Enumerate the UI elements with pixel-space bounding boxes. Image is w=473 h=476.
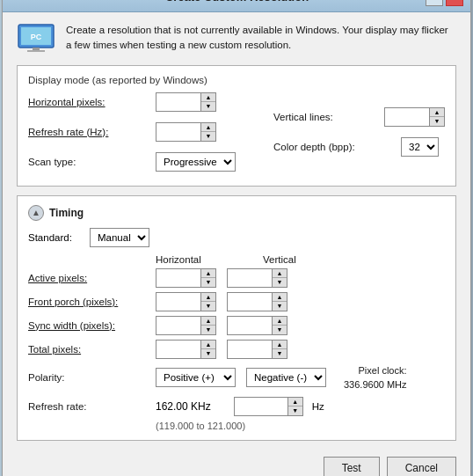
standard-label: Standard: [28,232,90,243]
display-mode-label: Display mode (as reported by Windows) [28,75,445,85]
total-horiz-up[interactable]: ▲ [201,341,215,349]
refresh-range: (119.000 to 121.000) [156,421,445,431]
refresh-rate-spin-btns: ▲ ▼ [201,122,216,142]
horizontal-pixels-up[interactable]: ▲ [201,93,215,102]
total-vert-input[interactable]: 1350 [227,340,273,359]
active-horiz-down[interactable]: ▼ [201,278,215,287]
col-headers: Horizontal Vertical [156,254,445,265]
horizontal-pixels-input[interactable]: 1920 [156,92,201,112]
refresh-rate-timing-up[interactable]: ▲ [288,398,302,406]
refresh-rate-row: Refresh rate (Hz): 120 ▲ ▼ [28,122,256,142]
display-mode-section: Display mode (as reported by Windows) Ho… [17,65,456,187]
title-bar: Create Custom Resolution ❐ ✕ [3,0,470,12]
color-depth-label: Color depth (bpp): [273,142,401,152]
timing-header: ▲ Timing [28,205,445,221]
total-horiz-spinner: 2080 ▲ ▼ [156,340,216,359]
test-button[interactable]: Test [324,457,380,477]
sync-width-vert-spinner: 5 ▲ ▼ [227,316,287,335]
scan-type-label: Scan type: [28,157,156,167]
polarity-horiz-select[interactable]: Positive (+) Negative (-) [156,368,236,387]
total-horiz-input[interactable]: 2080 [156,340,201,359]
front-porch-horiz-up[interactable]: ▲ [201,293,215,302]
standard-select[interactable]: Manual CVT GTF DMT [90,228,149,247]
restore-button[interactable]: ❐ [426,0,443,6]
polarity-vert-select[interactable]: Positive (+) Negative (-) [246,368,326,387]
sync-width-horiz-down[interactable]: ▼ [201,326,215,334]
total-pixels-inputs: 2080 ▲ ▼ 1350 ▲ ▼ [156,340,287,359]
hz-label: Hz [312,401,324,412]
refresh-rate-input[interactable]: 120 [156,122,201,142]
active-vert-down[interactable]: ▼ [273,278,287,287]
front-porch-vert-spinner: 3 ▲ ▼ [227,292,287,311]
horizontal-pixels-down[interactable]: ▼ [201,102,215,111]
refresh-rate-timing-input[interactable]: 120.000 [234,397,288,416]
color-depth-select[interactable]: 32 24 16 8 [401,137,439,157]
col-vertical-label: Vertical [263,254,360,265]
svg-text:PC: PC [31,33,42,41]
total-horiz-down[interactable]: ▼ [201,349,215,358]
front-porch-vert-up[interactable]: ▲ [273,293,287,302]
front-porch-vert-down[interactable]: ▼ [273,302,287,311]
front-porch-label: Front porch (pixels): [28,297,156,307]
horizontal-pixels-row: Horizontal pixels: 1920 ▲ ▼ [28,92,256,112]
col-horizontal-label: Horizontal [156,254,252,265]
polarity-row: Polarity: Positive (+) Negative (-) Posi… [28,363,445,392]
color-depth-row: Color depth (bpp): 32 24 16 8 [273,137,445,157]
scan-type-select[interactable]: Progressive Interlaced [156,152,236,172]
front-porch-row: Front porch (pixels): 48 ▲ ▼ 3 ▲ ▼ [28,292,445,311]
refresh-inputs: 162.00 KHz 120.000 ▲ ▼ Hz [156,397,324,416]
sync-width-horiz-input[interactable]: 32 [156,316,201,335]
col-right: Vertical lines: 1080 ▲ ▼ Color depth (bp… [273,107,445,162]
front-porch-vert-spin-btns: ▲ ▼ [273,292,287,311]
timing-collapse-btn[interactable]: ▲ [28,205,44,221]
refresh-rate-timing-label: Refresh rate: [28,401,156,412]
total-vert-up[interactable]: ▲ [273,341,287,349]
total-vert-spinner: 1350 ▲ ▼ [227,340,287,359]
vertical-lines-spinner: 1080 ▲ ▼ [384,107,445,127]
active-horiz-spin-btns: ▲ ▼ [201,268,216,288]
total-pixels-label: Total pixels: [28,344,156,355]
monitor-icon: PC [17,23,55,55]
total-pixels-row: Total pixels: 2080 ▲ ▼ 1350 ▲ ▼ [28,340,445,359]
front-porch-vert-input[interactable]: 3 [227,292,273,311]
scan-type-row: Scan type: Progressive Interlaced [28,152,256,172]
refresh-rate-display: 162.00 KHz [156,400,211,413]
active-pixels-label: Active pixels: [28,273,156,283]
horizontal-pixels-label: Horizontal pixels: [28,97,156,107]
active-vert-input[interactable]: 1080 [227,268,273,288]
active-vert-up[interactable]: ▲ [273,269,287,278]
svg-rect-3 [27,50,45,52]
vertical-lines-down[interactable]: ▼ [430,117,444,126]
pixel-clock-label: Pixel clock: 336.9600 MHz [344,363,407,392]
front-porch-horiz-input[interactable]: 48 [156,292,201,311]
active-vert-spinner: 1080 ▲ ▼ [227,268,287,288]
refresh-rate-down[interactable]: ▼ [201,132,215,141]
front-porch-horiz-down[interactable]: ▼ [201,302,215,311]
sync-width-inputs: 32 ▲ ▼ 5 ▲ ▼ [156,316,287,335]
total-vert-down[interactable]: ▼ [273,349,287,358]
refresh-rate-timing-down[interactable]: ▼ [288,406,302,415]
front-porch-inputs: 48 ▲ ▼ 3 ▲ ▼ [156,292,287,311]
window-title: Create Custom Resolution [48,0,426,4]
vertical-lines-up[interactable]: ▲ [430,108,444,117]
footer-buttons: Test Cancel [17,450,456,477]
cancel-button[interactable]: Cancel [387,457,456,477]
sync-width-horiz-up[interactable]: ▲ [201,317,215,326]
sync-width-vert-up[interactable]: ▲ [273,317,287,326]
active-horiz-input[interactable]: 1920 [156,268,201,288]
sync-width-horiz-spinner: 32 ▲ ▼ [156,316,216,335]
timing-section: ▲ Timing Standard: Manual CVT GTF DMT Ho… [17,195,456,441]
vertical-lines-input[interactable]: 1080 [384,107,430,127]
refresh-rate-timing-row: Refresh rate: 162.00 KHz 120.000 ▲ ▼ Hz [28,397,445,416]
window-body: PC Create a resolution that is not curre… [3,12,470,477]
sync-width-vert-down[interactable]: ▼ [273,326,287,334]
total-vert-spin-btns: ▲ ▼ [273,340,287,359]
window-controls: ❐ ✕ [426,0,463,6]
close-button[interactable]: ✕ [446,0,463,6]
sync-width-vert-input[interactable]: 5 [227,316,273,335]
active-vert-spin-btns: ▲ ▼ [273,268,287,288]
sync-width-vert-spin-btns: ▲ ▼ [273,316,287,335]
refresh-rate-up[interactable]: ▲ [201,123,215,132]
standard-row: Standard: Manual CVT GTF DMT [28,228,445,247]
active-horiz-up[interactable]: ▲ [201,269,215,278]
